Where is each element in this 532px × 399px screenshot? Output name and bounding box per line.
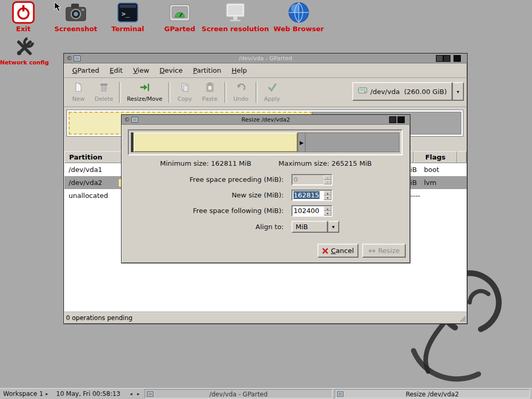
- spin-up-button[interactable]: ▴: [324, 206, 331, 211]
- paste-icon: [205, 82, 215, 95]
- device-selector-arrow[interactable]: ▾: [453, 82, 464, 101]
- spin-down-button[interactable]: ▾: [324, 195, 331, 200]
- column-header-end: [457, 151, 467, 163]
- tools-icon: [13, 35, 36, 58]
- toolbar-separator: [224, 82, 227, 103]
- menu-item-partition[interactable]: Partition: [188, 64, 227, 76]
- resize-arrows-icon: [368, 248, 376, 254]
- spin-down-button[interactable]: ▾: [324, 211, 331, 216]
- toolbar: New Delete Resize/Move Copy Paste Undo A…: [64, 78, 467, 107]
- spin-up-icon: ▴: [324, 175, 331, 180]
- resize-button[interactable]: Resize: [362, 244, 406, 258]
- minimize-button[interactable]: [436, 55, 443, 62]
- gparted-disk-icon: [168, 1, 191, 24]
- toolbar-delete-button[interactable]: Delete: [91, 81, 117, 104]
- dialog-close-button[interactable]: [397, 116, 405, 123]
- gparted-titlebar[interactable]: © /dev/vda - GParted: [64, 54, 467, 63]
- menu-item-device[interactable]: Device: [154, 64, 188, 76]
- close-button[interactable]: [454, 55, 461, 62]
- size-fragment: ----: [410, 189, 420, 202]
- taskbar: Workspace 1 ▸ 10 May, Fri 00:58:13 ◂ ▸ /…: [0, 388, 532, 399]
- camera-icon: [64, 1, 87, 24]
- resize-slider-partition[interactable]: [134, 132, 298, 152]
- desktop-icon-network-config[interactable]: Network config: [0, 35, 61, 66]
- partition-name: /dev/vda2: [69, 176, 102, 189]
- device-selector[interactable]: /dev/vda (260.00 GiB) ▾: [352, 82, 464, 101]
- window-menu-icon[interactable]: ©: [124, 117, 130, 123]
- checkmark-icon: [267, 82, 277, 95]
- menu-bar: GParted Edit View Device Partition Help: [64, 63, 467, 78]
- resize-grip[interactable]: [459, 315, 466, 322]
- column-header-label: Flags: [425, 153, 445, 161]
- toolbar-separator: [168, 82, 170, 103]
- window-title: /dev/vda - GParted: [64, 55, 467, 62]
- globe-icon: [287, 1, 310, 24]
- align-to-label: Align to:: [122, 221, 284, 233]
- toolbar-undo-button[interactable]: Undo: [229, 81, 254, 104]
- dialog-titlebar[interactable]: © Resize /dev/vda2: [122, 115, 410, 125]
- free-space-following-spinner[interactable]: 102400 ▴ ▾: [291, 205, 332, 217]
- desktop-icon-label: Screen resolution: [199, 25, 272, 33]
- menu-item-edit[interactable]: Edit: [104, 64, 128, 76]
- column-header-flags[interactable]: Flags: [414, 151, 457, 163]
- column-header-label: Partition: [69, 153, 102, 161]
- desktop-icon-screen-resolution[interactable]: Screen resolution: [199, 1, 272, 33]
- tasklist-scroll-right-icon[interactable]: ▸: [137, 389, 140, 399]
- copy-icon: [180, 82, 190, 95]
- desktop-icon-web-browser[interactable]: Web Browser: [262, 1, 335, 33]
- new-size-spinner[interactable]: 162815 ▴ ▾: [291, 190, 332, 201]
- dialog-maximize-button[interactable]: [389, 116, 396, 123]
- toolbar-new-button[interactable]: New: [66, 81, 91, 104]
- resize-dialog: © Resize /dev/vda2 ▶ Minimum size: 16281…: [121, 114, 410, 263]
- spin-down-icon: ▾: [324, 180, 331, 184]
- task-title: Resize /dev/vda2: [406, 391, 459, 398]
- new-size-label: New size (MiB):: [122, 190, 284, 201]
- resize-slider: ▶: [128, 129, 403, 155]
- size-fragment: iB: [410, 163, 417, 176]
- workspace-next-icon[interactable]: ▸: [46, 389, 48, 399]
- toolbar-resize-move-button[interactable]: Resize/Move: [123, 81, 166, 104]
- pending-operations-text: 0 operations pending: [66, 314, 132, 322]
- cancel-label: Cancel: [331, 247, 354, 255]
- toolbar-paste-label: Paste: [202, 96, 218, 102]
- workspace-indicator[interactable]: Workspace 1: [3, 389, 43, 399]
- free-space-preceding-label: Free space preceding (MiB):: [122, 174, 284, 185]
- desktop-icon-label: Network config: [0, 59, 61, 66]
- toolbar-paste-button[interactable]: Paste: [197, 81, 222, 104]
- toolbar-delete-label: Delete: [95, 96, 113, 102]
- spin-up-button[interactable]: ▴: [324, 191, 331, 195]
- resize-slider-free-space[interactable]: [305, 132, 400, 152]
- chevron-down-icon[interactable]: ▾: [328, 221, 339, 233]
- trash-icon: [99, 82, 109, 95]
- toolbar-copy-button[interactable]: Copy: [172, 81, 197, 104]
- task-window-icon: [147, 391, 153, 397]
- toolbar-separator: [119, 82, 121, 103]
- maximize-button[interactable]: [443, 55, 450, 62]
- menu-item-help[interactable]: Help: [227, 64, 252, 76]
- minimum-size-label: Minimum size: 162811 MiB: [160, 159, 251, 167]
- toolbar-apply-button[interactable]: Apply: [260, 81, 285, 104]
- taskbar-task-gparted[interactable]: /dev/vda - GParted: [144, 389, 332, 398]
- monitor-icon: [224, 1, 247, 24]
- free-space-following-label: Free space following (MiB):: [122, 205, 284, 217]
- spinner-value[interactable]: 102400: [292, 206, 324, 216]
- resize-slider-right-handle[interactable]: ▶: [298, 132, 305, 152]
- tasklist-scroll-left-icon[interactable]: ◂: [130, 389, 132, 399]
- menu-item-view[interactable]: View: [128, 64, 154, 76]
- cancel-button[interactable]: Cancel: [317, 244, 358, 258]
- window-menu-icon[interactable]: ©: [66, 56, 72, 61]
- toolbar-resize-move-label: Resize/Move: [127, 96, 162, 102]
- spinner-value-selected[interactable]: 162815: [294, 191, 320, 199]
- taskbar-task-resize-dialog[interactable]: Resize /dev/vda2: [335, 389, 530, 398]
- dialog-title: Resize /dev/vda2: [122, 116, 410, 123]
- task-title: /dev/vda - GParted: [209, 391, 268, 398]
- align-to-select[interactable]: MiB ▾: [291, 221, 339, 233]
- align-to-value: MiB: [291, 221, 328, 233]
- clock: 10 May, Fri 00:58:13: [56, 389, 121, 399]
- flags-value: boot: [424, 163, 439, 176]
- desktop-icon-label: Web Browser: [262, 25, 335, 33]
- power-icon: [12, 1, 35, 24]
- device-selector-value: /dev/vda (260.00 GiB): [370, 88, 447, 96]
- task-window-icon: [337, 391, 343, 397]
- menu-item-gparted[interactable]: GParted: [67, 64, 104, 76]
